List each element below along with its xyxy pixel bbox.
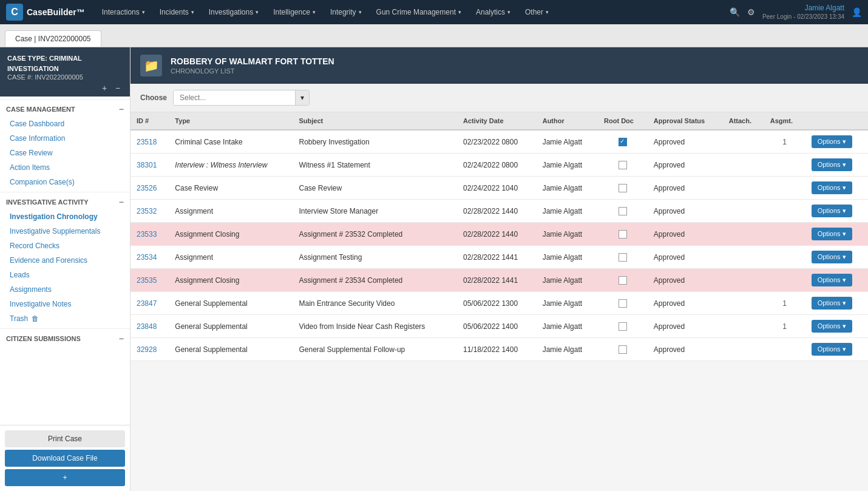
col-asgmt: Asgmt. bbox=[764, 112, 805, 130]
options-button[interactable]: Options bbox=[812, 205, 852, 217]
row-options-cell: Options bbox=[805, 130, 868, 154]
row-approval-status: Approved bbox=[648, 292, 723, 315]
nav-other[interactable]: Other ▾ bbox=[518, 0, 556, 24]
col-author: Author bbox=[537, 112, 598, 130]
investigative-collapse[interactable]: − bbox=[119, 197, 124, 207]
row-root-doc[interactable] bbox=[598, 292, 648, 315]
root-doc-checkbox[interactable] bbox=[619, 253, 627, 262]
row-id-link[interactable]: 38301 bbox=[137, 161, 157, 169]
chevron-down-icon: ▾ bbox=[507, 9, 510, 15]
sidebar-item-leads[interactable]: Leads bbox=[0, 268, 130, 282]
sidebar-item-trash[interactable]: Trash 🗑 bbox=[0, 311, 130, 326]
sidebar-item-evidence-forensics[interactable]: Evidence and Forensics bbox=[0, 253, 130, 268]
table-row: 23533Assignment ClosingAssignment # 2353… bbox=[131, 223, 868, 246]
row-root-doc[interactable] bbox=[598, 246, 648, 269]
filter-label: Choose bbox=[140, 93, 167, 102]
nav-integrity[interactable]: Integrity ▾ bbox=[323, 0, 369, 24]
row-root-doc[interactable] bbox=[598, 177, 648, 200]
row-root-doc[interactable] bbox=[598, 338, 648, 361]
options-button[interactable]: Options bbox=[812, 158, 852, 171]
options-button[interactable]: Options bbox=[812, 135, 852, 148]
row-root-doc[interactable] bbox=[598, 315, 648, 338]
row-attach bbox=[723, 200, 764, 223]
options-button[interactable]: Options bbox=[812, 251, 852, 263]
brand-logo[interactable]: C CaseBuilder™ bbox=[6, 4, 85, 21]
row-root-doc[interactable] bbox=[598, 223, 648, 246]
sidebar-item-action-items[interactable]: Action Items bbox=[0, 160, 130, 175]
sidebar-item-investigative-notes[interactable]: Investigative Notes bbox=[0, 297, 130, 311]
root-doc-checkbox[interactable] bbox=[619, 276, 627, 285]
nav-incidents[interactable]: Incidents ▾ bbox=[152, 0, 202, 24]
nav-intelligence[interactable]: Intelligence ▾ bbox=[266, 0, 323, 24]
root-doc-checkbox[interactable] bbox=[619, 138, 627, 146]
row-asgmt: 1 bbox=[764, 315, 805, 338]
row-root-doc[interactable] bbox=[598, 200, 648, 223]
options-button[interactable]: Options bbox=[812, 274, 852, 286]
row-activity-date: 02/24/2022 1040 bbox=[457, 177, 537, 200]
nav-gun-crime[interactable]: Gun Crime Management ▾ bbox=[369, 0, 469, 24]
content-header: 📁 ROBBERY OF WALMART FORT TOTTEN CHRONOL… bbox=[131, 47, 868, 84]
root-doc-checkbox[interactable] bbox=[619, 322, 627, 331]
nav-interactions[interactable]: Interactions ▾ bbox=[95, 0, 152, 24]
row-approval-status: Approved bbox=[648, 200, 723, 223]
download-case-file-button[interactable]: Download Case File bbox=[5, 450, 125, 467]
case-tab[interactable]: Case | INV2022000005 bbox=[5, 30, 101, 47]
sidebar-item-case-dashboard[interactable]: Case Dashboard bbox=[0, 117, 130, 131]
top-nav: C CaseBuilder™ Interactions ▾ Incidents … bbox=[0, 0, 868, 24]
row-id-link[interactable]: 23526 bbox=[137, 184, 157, 192]
root-doc-checkbox[interactable] bbox=[619, 299, 627, 308]
row-type: Criminal Case Intake bbox=[169, 130, 293, 154]
row-id-link[interactable]: 23533 bbox=[137, 230, 157, 239]
row-author: Jamie Algatt bbox=[537, 200, 598, 223]
root-doc-checkbox[interactable] bbox=[619, 161, 627, 169]
sidebar-item-record-checks[interactable]: Record Checks bbox=[0, 239, 130, 253]
row-activity-date: 02/23/2022 0800 bbox=[457, 130, 537, 154]
nav-analytics[interactable]: Analytics ▾ bbox=[469, 0, 518, 24]
print-case-button[interactable]: Print Case bbox=[5, 430, 125, 447]
filter-dropdown-button[interactable]: ▾ bbox=[295, 90, 309, 105]
row-attach bbox=[723, 130, 764, 154]
sidebar-item-investigation-chronology[interactable]: Investigation Chronology bbox=[0, 209, 130, 224]
search-icon[interactable]: 🔍 bbox=[730, 7, 740, 17]
row-id-link[interactable]: 23847 bbox=[137, 299, 157, 308]
options-button[interactable]: Options bbox=[812, 181, 852, 194]
sidebar-item-case-information[interactable]: Case Information bbox=[0, 131, 130, 146]
row-id-link[interactable]: 23534 bbox=[137, 253, 157, 262]
root-doc-checkbox[interactable] bbox=[619, 345, 627, 354]
chevron-down-icon: ▾ bbox=[359, 9, 362, 15]
expand-icon[interactable]: + bbox=[100, 83, 109, 93]
row-id-link[interactable]: 32928 bbox=[137, 345, 157, 354]
citizen-collapse[interactable]: − bbox=[119, 334, 124, 344]
row-root-doc[interactable] bbox=[598, 269, 648, 292]
add-button[interactable]: + bbox=[5, 469, 125, 486]
sidebar-item-assignments[interactable]: Assignments bbox=[0, 282, 130, 297]
row-root-doc[interactable] bbox=[598, 154, 648, 177]
col-actions bbox=[805, 112, 868, 130]
row-root-doc[interactable] bbox=[598, 130, 648, 154]
collapse-icon[interactable]: − bbox=[113, 83, 123, 93]
table-row: 38301Interview : Witness InterviewWitnes… bbox=[131, 154, 868, 177]
options-button[interactable]: Options bbox=[812, 228, 852, 240]
row-id-link[interactable]: 23518 bbox=[137, 138, 157, 146]
sidebar-item-case-review[interactable]: Case Review bbox=[0, 146, 130, 160]
root-doc-checkbox[interactable] bbox=[619, 184, 627, 192]
row-id-link[interactable]: 23532 bbox=[137, 207, 157, 215]
root-doc-checkbox[interactable] bbox=[619, 207, 627, 215]
sidebar-item-investigative-supplementals[interactable]: Investigative Supplementals bbox=[0, 224, 130, 239]
root-doc-checkbox[interactable] bbox=[619, 230, 627, 239]
case-management-collapse[interactable]: − bbox=[119, 104, 124, 114]
sidebar-item-companion-cases[interactable]: Companion Case(s) bbox=[0, 175, 130, 189]
row-type: Interview : Witness Interview bbox=[169, 154, 293, 177]
user-icon[interactable]: 👤 bbox=[852, 7, 862, 17]
options-button[interactable]: Options bbox=[812, 297, 852, 310]
content-subtitle: CHRONOLOGY LIST bbox=[171, 67, 334, 75]
options-button[interactable]: Options bbox=[812, 320, 852, 333]
options-button[interactable]: Options bbox=[812, 343, 852, 356]
row-id-link[interactable]: 23848 bbox=[137, 322, 157, 331]
settings-icon[interactable]: ⚙ bbox=[747, 7, 755, 17]
row-id-link[interactable]: 23535 bbox=[137, 276, 157, 285]
col-activity-date: Activity Date bbox=[457, 112, 537, 130]
nav-investigations[interactable]: Investigations ▾ bbox=[202, 0, 266, 24]
row-attach bbox=[723, 338, 764, 361]
filter-input[interactable] bbox=[174, 90, 295, 105]
